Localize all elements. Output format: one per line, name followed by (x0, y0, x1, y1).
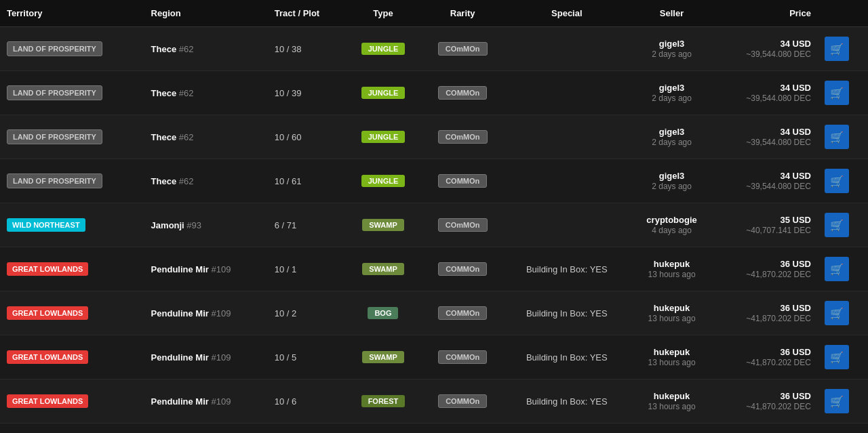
region-name: Penduline Mir (151, 308, 209, 318)
type-cell: SWAMP (345, 203, 421, 247)
region-name: Thece (151, 88, 177, 98)
special-cell (504, 115, 629, 159)
table-row: GREAT LOWLANDS Penduline Mir #109 10 / 7… (0, 424, 868, 434)
seller-cell: hukepuk 13 hours ago (629, 247, 714, 291)
add-to-cart-button[interactable]: 🛒 (825, 345, 849, 369)
rarity-badge: COMMOn (438, 394, 487, 408)
territory-badge: LAND OF PROSPERITY (7, 85, 102, 100)
tract-cell: 10 / 61 (268, 159, 345, 203)
seller-time: 2 days ago (652, 138, 692, 147)
price-cell: 34 USD ~39,544.080 DEC (714, 27, 818, 71)
region-name: Thece (151, 44, 177, 54)
rarity-cell: COMMOn (421, 335, 505, 379)
table-header: Territory Region Tract / Plot Type Rarit… (0, 0, 868, 27)
seller-cell: gigel3 2 days ago (629, 115, 714, 159)
type-cell: SWAMP (345, 335, 421, 379)
col-action (818, 0, 868, 27)
rarity-cell: COMMOn (421, 159, 505, 203)
territory-cell: LAND OF PROSPERITY (0, 71, 144, 115)
cart-cell: 🛒 (818, 159, 868, 203)
tract-cell: 10 / 39 (268, 71, 345, 115)
tract-cell: 10 / 2 (268, 291, 345, 335)
add-to-cart-button[interactable]: 🛒 (825, 37, 849, 61)
cart-cell: 🛒 (818, 115, 868, 159)
cart-cell: 🛒 (818, 291, 868, 335)
add-to-cart-button[interactable]: 🛒 (825, 213, 849, 237)
tract-cell: 10 / 6 (268, 379, 345, 424)
cart-cell: 🛒 (818, 379, 868, 424)
cart-cell: 🛒 (818, 424, 868, 434)
seller-name: hukepuk (636, 259, 707, 269)
territory-cell: GREAT LOWLANDS (0, 424, 144, 434)
seller-time: 13 hours ago (648, 270, 696, 279)
region-name: Thece (151, 176, 177, 186)
col-seller: Seller (629, 0, 714, 27)
col-rarity: Rarity (421, 0, 505, 27)
add-to-cart-button[interactable]: 🛒 (825, 389, 849, 413)
region-cell: Penduline Mir #109 (144, 291, 268, 335)
price-cell: 34 USD ~39,544.080 DEC (714, 115, 818, 159)
special-cell (504, 71, 629, 115)
region-number: #109 (211, 396, 231, 407)
special-cell: Building In Box: YES (504, 335, 629, 379)
region-cell: Penduline Mir #109 (144, 335, 268, 379)
region-number: #93 (186, 220, 201, 230)
region-name: Penduline Mir (151, 396, 209, 407)
territory-cell: GREAT LOWLANDS (0, 291, 144, 335)
table-row: LAND OF PROSPERITY Thece #62 10 / 38 JUN… (0, 27, 868, 71)
territory-cell: WILD NORTHEAST (0, 203, 144, 247)
col-price: Price (714, 0, 818, 27)
seller-name: hukepuk (636, 391, 707, 401)
rarity-badge: COMMOn (438, 306, 487, 320)
region-name: Penduline Mir (151, 352, 209, 363)
table-row: GREAT LOWLANDS Penduline Mir #109 10 / 5… (0, 335, 868, 379)
type-badge: SWAMP (362, 351, 404, 363)
add-to-cart-button[interactable]: 🛒 (825, 257, 849, 281)
rarity-badge: COmMOn (438, 218, 488, 232)
col-special: Special (504, 0, 629, 27)
territory-badge: GREAT LOWLANDS (7, 262, 88, 276)
territory-badge: GREAT LOWLANDS (7, 394, 88, 408)
type-badge: SWAMP (362, 263, 404, 275)
seller-name: cryptobogie (636, 215, 707, 225)
seller-name: gigel3 (636, 127, 707, 137)
cart-cell: 🛒 (818, 71, 868, 115)
add-to-cart-button[interactable]: 🛒 (825, 81, 849, 105)
price-dec: ~41,870.202 DEC (746, 314, 811, 323)
type-badge: JUNGLE (361, 87, 406, 99)
table-row: LAND OF PROSPERITY Thece #62 10 / 61 JUN… (0, 159, 868, 203)
seller-time: 2 days ago (652, 49, 692, 59)
price-cell: 36 USD ~41,870.202 DEC (714, 335, 818, 379)
price-cell: 34 USD ~39,544.080 DEC (714, 159, 818, 203)
region-number: #109 (211, 308, 231, 318)
seller-time: 13 hours ago (648, 402, 696, 411)
seller-name: hukepuk (636, 347, 707, 357)
territory-cell: GREAT LOWLANDS (0, 247, 144, 291)
price-dec: ~41,870.202 DEC (746, 358, 811, 367)
special-cell (504, 159, 629, 203)
cart-cell: 🛒 (818, 335, 868, 379)
price-dec: ~39,544.080 DEC (746, 49, 811, 59)
cart-cell: 🛒 (818, 203, 868, 247)
region-name: Thece (151, 132, 177, 142)
price-cell: 35 USD ~40,707.141 DEC (714, 203, 818, 247)
region-name: Penduline Mir (151, 264, 209, 274)
region-number: #62 (179, 44, 194, 54)
rarity-cell: COmMOn (421, 27, 505, 71)
add-to-cart-button[interactable]: 🛒 (825, 125, 849, 149)
rarity-cell: COMMOn (421, 379, 505, 424)
seller-name: gigel3 (636, 171, 707, 181)
add-to-cart-button[interactable]: 🛒 (825, 301, 849, 325)
table-row: GREAT LOWLANDS Penduline Mir #109 10 / 1… (0, 247, 868, 291)
add-to-cart-button[interactable]: 🛒 (825, 169, 849, 193)
region-number: #62 (179, 88, 194, 98)
type-badge: BOG (368, 307, 398, 319)
type-cell: FOREST (345, 379, 421, 424)
rarity-badge: COmMOn (438, 130, 488, 144)
col-region: Region (144, 0, 268, 27)
price-dec: ~41,870.202 DEC (746, 402, 811, 411)
price-usd: 34 USD (721, 171, 811, 181)
seller-cell: hukepuk 13 hours ago (629, 335, 714, 379)
price-usd: 34 USD (721, 39, 811, 49)
table-row: LAND OF PROSPERITY Thece #62 10 / 39 JUN… (0, 71, 868, 115)
